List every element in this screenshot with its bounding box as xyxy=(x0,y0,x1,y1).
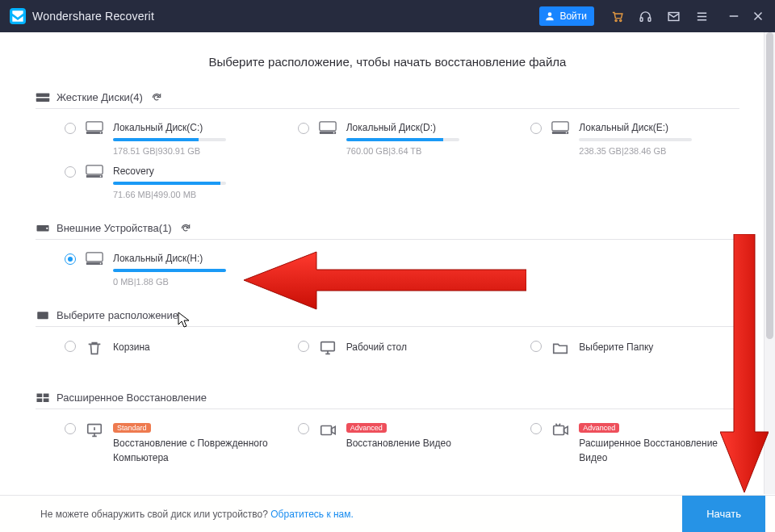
radio-button[interactable] xyxy=(530,423,542,434)
video-advanced-icon xyxy=(551,421,569,436)
svg-rect-33 xyxy=(554,426,564,435)
disk-icon xyxy=(86,252,103,266)
disk-usage-bar xyxy=(579,138,692,141)
svg-rect-32 xyxy=(320,426,331,435)
svg-point-2 xyxy=(620,19,622,21)
menu-icon[interactable] xyxy=(695,10,709,23)
video-icon xyxy=(319,421,337,436)
svg-point-19 xyxy=(100,176,102,178)
radio-button[interactable] xyxy=(298,123,309,134)
advanced-option[interactable]: Advanced Расширенное Восстановление Виде… xyxy=(530,421,739,465)
svg-point-16 xyxy=(566,132,568,134)
cart-icon[interactable] xyxy=(610,10,624,23)
advanced-option[interactable]: Standard Восстановление с Поврежденного … xyxy=(65,421,274,465)
disk-usage-bar xyxy=(113,138,226,141)
svg-point-24 xyxy=(100,263,102,265)
disk-icon xyxy=(319,121,337,136)
section-title: Выберите расположение xyxy=(57,309,178,321)
location-option[interactable]: Выберите Папку xyxy=(530,338,739,369)
svg-rect-6 xyxy=(36,93,50,97)
headphones-icon[interactable] xyxy=(639,10,652,23)
svg-point-0 xyxy=(548,12,552,16)
disk-stats: 238.35 GB|238.46 GB xyxy=(579,146,739,156)
close-button[interactable] xyxy=(751,9,765,23)
radio-button[interactable] xyxy=(65,253,76,265)
svg-rect-4 xyxy=(648,17,651,20)
section-title: Расширенное Восстановление xyxy=(57,392,207,404)
disk-icon xyxy=(551,121,569,136)
plan-badge: Standard xyxy=(113,423,151,433)
advanced-icon xyxy=(36,392,50,404)
section-choose-location: Выберите расположение Корзина Рабочий ст… xyxy=(36,309,739,369)
location-option[interactable]: Корзина xyxy=(65,338,274,369)
radio-button[interactable] xyxy=(298,423,309,434)
svg-rect-26 xyxy=(320,342,334,351)
location-option[interactable]: Рабочий стол xyxy=(298,338,507,369)
svg-point-13 xyxy=(333,132,334,134)
option-label: Рабочий стол xyxy=(346,340,507,354)
disk-stats: 760.00 GB|3.64 TB xyxy=(346,146,507,156)
mail-icon[interactable] xyxy=(667,10,681,23)
trash-icon xyxy=(86,339,103,354)
option-label: Восстановление Видео xyxy=(346,436,507,450)
section-title: Внешние Устройства(1) xyxy=(57,222,172,234)
plan-badge: Advanced xyxy=(579,423,619,433)
option-label: Выберите Папку xyxy=(579,340,739,354)
svg-point-21 xyxy=(46,227,48,228)
refresh-icon[interactable] xyxy=(151,92,162,103)
external-drive-icon xyxy=(36,223,50,234)
footer-hint-text: Не можете обнаружить свой диск или устро… xyxy=(40,509,270,520)
section-advanced-recovery: Расширенное Восстановление Standard Восс… xyxy=(36,392,739,465)
disk-option[interactable]: Локальный Диск(C:) 178.51 GB|930.91 GB xyxy=(65,120,274,156)
disk-option[interactable]: Локальный Диск(D:) 760.00 GB|3.64 TB xyxy=(298,120,507,156)
section-external-devices: Внешние Устройства(1) Локальный Диск(H:)… xyxy=(36,222,739,287)
svg-rect-27 xyxy=(37,393,43,397)
disk-name: Локальный Диск(C:) xyxy=(113,120,274,135)
svg-rect-30 xyxy=(44,398,49,402)
refresh-icon[interactable] xyxy=(180,223,191,234)
footer-bar: Не можете обнаружить свой диск или устро… xyxy=(0,495,775,532)
radio-button[interactable] xyxy=(65,423,76,434)
option-label: Корзина xyxy=(113,340,274,354)
minimize-button[interactable] xyxy=(727,9,741,23)
page-heading: Выберите расположение, чтобы начать восс… xyxy=(36,55,739,69)
radio-button[interactable] xyxy=(530,123,542,134)
svg-point-1 xyxy=(615,19,617,21)
footer-hint-link[interactable]: Обратитесь к нам. xyxy=(270,509,354,520)
advanced-option[interactable]: Advanced Восстановление Видео xyxy=(298,421,507,465)
start-button[interactable]: Начать xyxy=(682,496,765,532)
location-icon xyxy=(36,310,50,321)
svg-point-10 xyxy=(100,132,102,134)
disk-name: Recovery xyxy=(113,164,274,178)
svg-rect-8 xyxy=(86,122,103,131)
radio-button[interactable] xyxy=(298,341,309,352)
footer-hint: Не можете обнаружить свой диск или устро… xyxy=(40,509,354,520)
svg-rect-11 xyxy=(320,122,336,131)
option-label: Восстановление с Поврежденного Компьютер… xyxy=(113,436,274,465)
folder-icon xyxy=(551,339,569,354)
app-logo-icon xyxy=(10,8,26,24)
disk-stats: 0 MB|1.88 GB xyxy=(113,277,274,287)
vertical-scrollbar[interactable] xyxy=(764,32,775,494)
desktop-icon xyxy=(319,339,337,354)
disk-usage-bar xyxy=(113,269,226,272)
disk-usage-bar xyxy=(346,138,459,141)
disk-name: Локальный Диск(H:) xyxy=(113,251,274,266)
main-page: Выберите расположение, чтобы начать восс… xyxy=(0,32,775,532)
disk-option[interactable]: Локальный Диск(E:) 238.35 GB|238.46 GB xyxy=(530,120,739,156)
svg-rect-7 xyxy=(36,98,50,102)
login-button[interactable]: Войти xyxy=(539,6,594,26)
disk-usage-bar xyxy=(113,182,226,185)
svg-rect-28 xyxy=(44,393,49,397)
disk-option[interactable]: Recovery 71.66 MB|499.00 MB xyxy=(65,164,274,199)
radio-button[interactable] xyxy=(65,341,76,352)
scrollbar-thumb[interactable] xyxy=(766,32,773,339)
svg-rect-22 xyxy=(86,253,103,262)
radio-button[interactable] xyxy=(65,166,76,178)
radio-button[interactable] xyxy=(65,123,76,134)
disk-option[interactable]: Локальный Диск(H:) 0 MB|1.88 GB xyxy=(65,251,274,287)
login-label: Войти xyxy=(559,10,587,22)
svg-rect-17 xyxy=(86,165,103,174)
disk-stats: 178.51 GB|930.91 GB xyxy=(113,146,274,156)
radio-button[interactable] xyxy=(530,341,542,352)
